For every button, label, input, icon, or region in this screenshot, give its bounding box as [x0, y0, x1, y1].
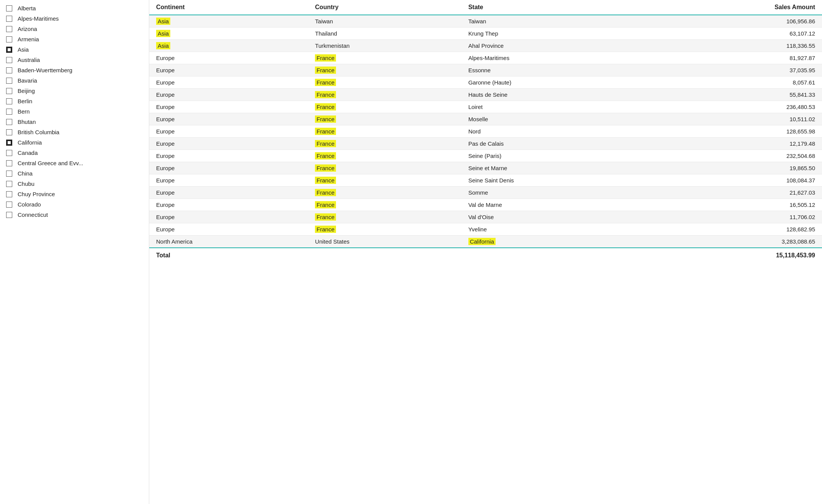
list-item[interactable]: China: [0, 168, 149, 179]
cell-country: United States: [308, 236, 461, 248]
checkbox[interactable]: [6, 171, 12, 177]
checkbox[interactable]: [6, 129, 12, 135]
footer-sales-amount: 15,118,453.99: [650, 248, 822, 263]
cell-sales-amount: 8,057.61: [650, 76, 822, 89]
checkbox[interactable]: [6, 16, 12, 22]
list-item[interactable]: Central Greece and Evv...: [0, 158, 149, 168]
table-row: EuropeFranceSeine Saint Denis108,084.37: [149, 174, 822, 187]
checkbox[interactable]: [6, 160, 12, 166]
cell-country: France: [308, 150, 461, 162]
cell-country: France: [308, 174, 461, 187]
cell-state: Somme: [462, 187, 650, 199]
checkbox[interactable]: [6, 119, 12, 125]
list-item-label: Alpes-Maritimes: [18, 15, 59, 22]
checkbox[interactable]: [6, 181, 12, 187]
cell-sales-amount: 19,865.50: [650, 162, 822, 174]
checkbox[interactable]: [6, 140, 12, 146]
cell-state: Hauts de Seine: [462, 89, 650, 101]
list-item[interactable]: Armenia: [0, 34, 149, 44]
cell-country: France: [308, 211, 461, 223]
cell-sales-amount: 106,956.86: [650, 15, 822, 28]
list-item[interactable]: Asia: [0, 44, 149, 55]
list-item[interactable]: Alberta: [0, 3, 149, 13]
checkbox[interactable]: [6, 109, 12, 115]
cell-state: Nord: [462, 125, 650, 138]
list-item-label: Bhutan: [18, 119, 36, 125]
cell-sales-amount: 108,084.37: [650, 174, 822, 187]
list-item[interactable]: Bavaria: [0, 75, 149, 86]
cell-country: Thailand: [308, 28, 461, 40]
cell-continent: Asia: [149, 40, 308, 52]
checkbox[interactable]: [6, 191, 12, 197]
cell-sales-amount: 236,480.53: [650, 101, 822, 113]
list-item[interactable]: Bhutan: [0, 117, 149, 127]
list-item[interactable]: Colorado: [0, 199, 149, 210]
checkbox[interactable]: [6, 98, 12, 104]
checkbox[interactable]: [6, 5, 12, 11]
cell-continent: Europe: [149, 211, 308, 223]
checkbox[interactable]: [6, 57, 12, 63]
list-item[interactable]: Berlin: [0, 96, 149, 106]
filter-list[interactable]: AlbertaAlpes-MaritimesArizonaArmeniaAsia…: [0, 0, 149, 504]
cell-sales-amount: 11,706.02: [650, 211, 822, 223]
cell-sales-amount: 55,841.33: [650, 89, 822, 101]
list-item[interactable]: Beijing: [0, 86, 149, 96]
list-item[interactable]: Canada: [0, 148, 149, 158]
list-item-label: Armenia: [18, 36, 39, 42]
list-item[interactable]: Chuy Province: [0, 189, 149, 199]
table-row: EuropeFranceYveline128,682.95: [149, 223, 822, 236]
checkbox[interactable]: [6, 150, 12, 156]
checkbox[interactable]: [6, 47, 12, 53]
list-item[interactable]: Baden-Wuerttemberg: [0, 65, 149, 75]
list-item[interactable]: British Columbia: [0, 127, 149, 137]
list-item[interactable]: California: [0, 137, 149, 148]
list-item[interactable]: Connecticut: [0, 210, 149, 220]
checkbox[interactable]: [6, 67, 12, 73]
list-item[interactable]: Australia: [0, 55, 149, 65]
table-row: EuropeFranceSeine et Marne19,865.50: [149, 162, 822, 174]
header-state: State: [462, 0, 650, 15]
cell-continent: Europe: [149, 113, 308, 125]
cell-state: Seine Saint Denis: [462, 174, 650, 187]
cell-sales-amount: 81,927.87: [650, 52, 822, 64]
list-item-label: Chuy Province: [18, 191, 55, 197]
checkbox[interactable]: [6, 88, 12, 94]
cell-country: France: [308, 138, 461, 150]
table-row: EuropeFranceVal d'Oise11,706.02: [149, 211, 822, 223]
checkbox[interactable]: [6, 36, 12, 42]
checkbox[interactable]: [6, 212, 12, 218]
cell-continent: Asia: [149, 28, 308, 40]
cell-continent: Europe: [149, 52, 308, 64]
cell-country: France: [308, 101, 461, 113]
cell-sales-amount: 21,627.03: [650, 187, 822, 199]
table-row: EuropeFrancePas de Calais12,179.48: [149, 138, 822, 150]
list-item-label: Baden-Wuerttemberg: [18, 67, 72, 73]
cell-sales-amount: 118,336.55: [650, 40, 822, 52]
list-item[interactable]: Alpes-Maritimes: [0, 13, 149, 24]
cell-sales-amount: 232,504.68: [650, 150, 822, 162]
list-item[interactable]: Arizona: [0, 24, 149, 34]
table-row: EuropeFranceHauts de Seine55,841.33: [149, 89, 822, 101]
cell-state: Taiwan: [462, 15, 650, 28]
cell-country: France: [308, 64, 461, 76]
table-row: EuropeFranceLoiret236,480.53: [149, 101, 822, 113]
list-item-label: Bavaria: [18, 77, 37, 84]
cell-continent: Europe: [149, 174, 308, 187]
footer-empty-country: [308, 248, 461, 263]
cell-sales-amount: 16,505.12: [650, 199, 822, 211]
checkbox[interactable]: [6, 26, 12, 32]
list-item[interactable]: Bern: [0, 106, 149, 117]
list-item-label: Arizona: [18, 26, 37, 32]
table-row: EuropeFranceMoselle10,511.02: [149, 113, 822, 125]
data-table-panel: Continent Country State Sales Amount Asi…: [149, 0, 822, 504]
table-row: EuropeFranceSeine (Paris)232,504.68: [149, 150, 822, 162]
list-item[interactable]: Chubu: [0, 179, 149, 189]
checkbox[interactable]: [6, 202, 12, 208]
cell-state: Moselle: [462, 113, 650, 125]
cell-continent: Asia: [149, 15, 308, 28]
list-item-label: California: [18, 139, 42, 146]
cell-continent: Europe: [149, 101, 308, 113]
list-item-label: Central Greece and Evv...: [18, 160, 83, 166]
cell-country: France: [308, 76, 461, 89]
checkbox[interactable]: [6, 78, 12, 84]
